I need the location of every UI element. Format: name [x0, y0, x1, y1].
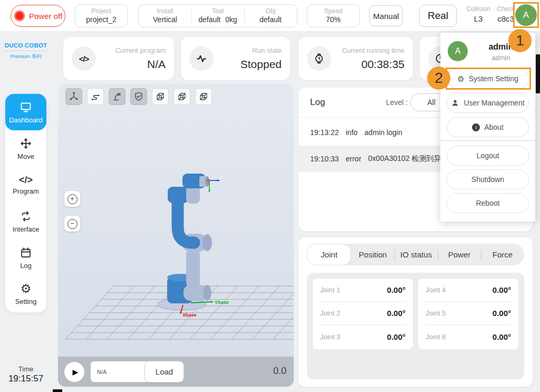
- card-value: 00:38:35: [331, 58, 404, 71]
- robot-3d-viewer[interactable]: + −: [58, 83, 294, 387]
- robot-3d-canvas[interactable]: Ybase Xbase: [58, 83, 294, 357]
- tab-power[interactable]: Power: [438, 244, 481, 265]
- system-time: Time 19:15:57: [0, 365, 52, 384]
- sidebar-item-label: Setting: [15, 298, 36, 305]
- axis-icon[interactable]: [65, 88, 82, 105]
- menu-item-label: About: [484, 123, 504, 131]
- logo-subtitle: Premium 系列: [4, 51, 47, 60]
- joint-row: Joint 6 0.00°: [426, 325, 511, 348]
- time-label: Time: [0, 365, 52, 373]
- sidebar-item-label: Interface: [13, 225, 40, 233]
- tool-label: Tool: [212, 7, 224, 15]
- tab-joint[interactable]: Joint: [307, 244, 351, 265]
- sidebar-item-log[interactable]: Log: [5, 240, 46, 276]
- project-chip[interactable]: Project project_2: [75, 4, 128, 27]
- power-off-button[interactable]: Power off: [11, 5, 65, 27]
- collision-value: L3: [464, 14, 493, 24]
- manual-mode-button[interactable]: Manual: [369, 5, 403, 26]
- cube-icon[interactable]: [173, 88, 190, 105]
- shutdown-button[interactable]: Shutdown: [447, 169, 529, 189]
- shield-check-icon[interactable]: [130, 88, 147, 105]
- setup-chip-group[interactable]: Install Vertical Tool default 0kg Obj de…: [138, 4, 297, 27]
- tab-io-status[interactable]: IO status: [394, 244, 438, 265]
- zoom-in-button[interactable]: +: [64, 191, 80, 207]
- cube-icon[interactable]: [152, 88, 169, 105]
- annotation-step-2: 2: [427, 66, 450, 90]
- plus-icon: +: [68, 194, 78, 204]
- tool-cell[interactable]: Tool default 0kg: [191, 5, 244, 27]
- menu-avatar: A: [448, 41, 468, 61]
- play-button[interactable]: ▶: [64, 362, 84, 382]
- real-mode-button[interactable]: Real: [419, 5, 457, 27]
- joint-value: 0.00°: [493, 332, 511, 341]
- sidebar-item-interface[interactable]: Interface: [5, 203, 46, 240]
- sidebar-item-program[interactable]: </> Program: [5, 167, 46, 203]
- logout-button[interactable]: Logout: [447, 146, 529, 166]
- power-off-label: Power off: [29, 12, 62, 21]
- sidebar-item-setting[interactable]: ⚙ Setting: [5, 276, 46, 312]
- sidebar-item-move[interactable]: Move: [5, 130, 46, 167]
- obj-cell[interactable]: Obj default: [244, 5, 297, 27]
- sidebar-item-label: Move: [17, 152, 34, 160]
- monitor-icon: [20, 101, 32, 113]
- logo-title: DUCO COBOT: [4, 42, 47, 49]
- top-bar: Power off Project project_2 Install Vert…: [0, 0, 540, 32]
- reboot-button[interactable]: Reboot: [447, 193, 529, 213]
- tab-position[interactable]: Position: [351, 244, 394, 265]
- path-icon[interactable]: [87, 88, 104, 105]
- log-time: 19:13:22: [310, 128, 339, 137]
- joint-column-right: Joint 4 0.00° Joint 5 0.00° Joint 6 0.00…: [418, 279, 518, 349]
- menu-user-role: admin: [471, 54, 531, 62]
- card-value: N/A: [96, 58, 166, 71]
- collision-label: Collision: [464, 5, 493, 14]
- log-title: Log: [310, 97, 325, 108]
- joint-name: Joint 5: [426, 309, 446, 317]
- sidebar-item-dashboard[interactable]: Dashboard: [5, 94, 46, 130]
- collision-indicator: Collision L3: [464, 5, 493, 24]
- card-label: Run state: [214, 46, 282, 55]
- status-tabs: Joint Position IO status Power Force: [307, 244, 524, 265]
- project-label: Project: [91, 7, 111, 15]
- user-avatar[interactable]: A: [515, 4, 537, 26]
- annotation-step-1: 1: [508, 29, 532, 52]
- menu-item-about[interactable]: i About: [447, 117, 529, 137]
- install-label: Install: [157, 7, 173, 15]
- zoom-out-button[interactable]: −: [64, 216, 80, 232]
- joint-value: 0.00°: [387, 285, 406, 294]
- joint-value: 0.00°: [387, 309, 406, 318]
- minus-icon: −: [68, 219, 78, 229]
- install-value: Vertical: [153, 15, 177, 25]
- move-icon: [20, 137, 32, 150]
- joint-row: Joint 3 0.00°: [320, 325, 406, 348]
- power-status-icon: [14, 10, 25, 22]
- card-value: Stopped: [214, 58, 282, 71]
- joint-name: Joint 4: [426, 286, 446, 294]
- load-button[interactable]: Load: [144, 361, 184, 383]
- menu-item-system-setting[interactable]: ⚙ System Setting: [447, 69, 529, 89]
- joint-name: Joint 1: [320, 286, 340, 294]
- robot-forearm: [186, 248, 200, 289]
- robot-arm-icon[interactable]: [109, 88, 126, 105]
- log-time: 19:10:33: [310, 155, 339, 163]
- tab-force[interactable]: Force: [481, 244, 524, 265]
- card-label: Current running time: [331, 46, 404, 55]
- menu-item-label: User Management: [464, 99, 524, 107]
- joint-value: 0.00°: [493, 285, 511, 294]
- user-dropdown-menu: A admin admin ⚙ System Setting User Mana…: [440, 33, 535, 222]
- cube-icon[interactable]: [195, 88, 212, 105]
- scrollbar-thumb[interactable]: [536, 54, 540, 93]
- install-cell[interactable]: Install Vertical: [139, 5, 191, 27]
- time-value: 19:15:57: [0, 374, 52, 384]
- log-level: error: [346, 155, 362, 163]
- speed-chip[interactable]: Speed 70%: [307, 4, 360, 27]
- robot-shoulder: [168, 187, 188, 203]
- log-message: 0x00A30102 检测到异常: [368, 154, 449, 164]
- menu-item-user-management[interactable]: User Management: [447, 93, 529, 113]
- project-value: project_2: [86, 15, 117, 25]
- joint-row: Joint 1 0.00°: [320, 279, 406, 302]
- divider: [440, 140, 535, 141]
- app-logo: DUCO COBOT Premium 系列: [4, 42, 47, 60]
- joint-row: Joint 4 0.00°: [426, 279, 511, 302]
- menu-item-label: System Setting: [469, 74, 518, 83]
- run-state-card: Run state Stopped: [181, 37, 290, 80]
